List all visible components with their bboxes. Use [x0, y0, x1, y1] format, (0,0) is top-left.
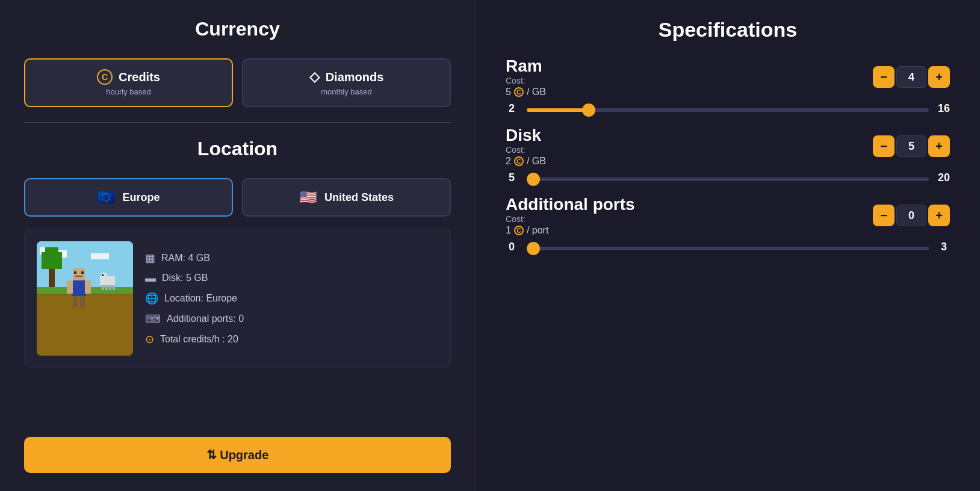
ram-slider-wrapper [527, 103, 929, 114]
location-buttons: 🇪🇺 Europe 🇺🇸 United States [24, 178, 451, 217]
ram-slider[interactable] [527, 108, 929, 112]
ram-decrease-button[interactable]: − [873, 66, 895, 88]
ram-stepper: − 4 + [873, 66, 950, 88]
disk-credit-icon: C [514, 156, 524, 166]
us-button[interactable]: 🇺🇸 United States [242, 178, 451, 217]
ports-credit-icon: C [514, 226, 524, 235]
svg-rect-11 [75, 276, 82, 277]
ports-title: Additional ports [506, 195, 635, 214]
info-location: 🌐 Location: Europe [145, 292, 244, 305]
disk-slider-min: 5 [506, 171, 518, 184]
info-ram: ▦ RAM: 4 GB [145, 252, 244, 265]
ports-slider-max: 3 [938, 241, 950, 253]
ports-decrease-button[interactable]: − [873, 205, 895, 226]
ram-value: 4 [896, 66, 926, 88]
right-panel: Specifications Ram Cost: 5 C / GB [476, 0, 980, 491]
svg-rect-16 [80, 296, 85, 307]
game-image: MINECRAFT [37, 241, 133, 356]
svg-rect-9 [74, 271, 76, 274]
us-flag: 🇺🇸 [299, 189, 317, 206]
svg-rect-21 [105, 285, 108, 290]
disk-section: Disk Cost: 2 C / GB − 5 + [506, 126, 950, 184]
ram-increase-button[interactable]: + [928, 66, 950, 88]
upgrade-button[interactable]: ⇅ Upgrade [24, 437, 451, 473]
svg-rect-3 [91, 253, 109, 259]
svg-rect-12 [72, 280, 86, 296]
info-disk: ▬ Disk: 5 GB [145, 272, 244, 285]
location-title: Location [24, 138, 451, 160]
svg-rect-13 [67, 280, 73, 294]
disk-slider[interactable] [527, 178, 929, 181]
disk-stepper: − 5 + [873, 135, 950, 157]
ports-icon: ⌨ [145, 312, 161, 326]
ram-icon: ▦ [145, 252, 155, 265]
ports-slider-min: 0 [506, 241, 518, 253]
disk-slider-wrapper [527, 173, 929, 184]
svg-rect-8 [73, 268, 85, 280]
ports-slider-wrapper [527, 242, 929, 253]
ports-cost-amount: 1 [506, 225, 511, 236]
currency-buttons: C Credits hourly based ◇ Diamonds monthl… [24, 58, 451, 107]
ram-cost-amount: 5 [506, 87, 511, 97]
ports-section: Additional ports Cost: 1 C / port − 0 + [506, 195, 950, 253]
ram-credit-icon: C [514, 87, 524, 97]
location-icon: 🌐 [145, 292, 158, 305]
disk-icon: ▬ [145, 272, 156, 285]
info-total: ⊙ Total credits/h : 20 [145, 333, 244, 346]
ports-cost-unit: / port [527, 225, 548, 236]
credits-button[interactable]: C Credits hourly based [24, 58, 233, 107]
disk-slider-max: 20 [938, 171, 950, 184]
ports-stepper: − 0 + [873, 205, 950, 226]
ram-cost-unit: / GB [527, 87, 546, 97]
minecraft-art [37, 241, 133, 356]
svg-rect-23 [113, 285, 115, 290]
currency-title: Currency [24, 18, 451, 40]
left-panel: Currency C Credits hourly based ◇ Diamon… [0, 0, 476, 491]
credits-total-icon: ⊙ [145, 333, 154, 346]
svg-rect-14 [85, 280, 91, 294]
svg-rect-22 [109, 285, 111, 290]
svg-rect-24 [49, 267, 55, 287]
disk-title: Disk [506, 126, 546, 145]
divider [24, 122, 451, 123]
info-card: MINECRAFT [24, 229, 451, 368]
disk-value: 5 [896, 135, 926, 157]
disk-cost-amount: 2 [506, 156, 511, 167]
diamonds-button[interactable]: ◇ Diamonds monthly based [242, 58, 451, 107]
specs-title: Specifications [506, 18, 950, 42]
disk-increase-button[interactable]: + [928, 135, 950, 157]
ram-slider-max: 16 [938, 102, 950, 115]
specs-container: Ram Cost: 5 C / GB − 4 + [506, 57, 950, 253]
svg-rect-10 [81, 271, 84, 274]
ram-slider-min: 2 [506, 102, 518, 115]
ports-slider[interactable] [527, 247, 929, 250]
svg-rect-26 [45, 247, 58, 256]
svg-rect-19 [102, 274, 104, 276]
disk-cost-unit: / GB [527, 156, 546, 167]
credits-icon: C [97, 69, 113, 85]
europe-button[interactable]: 🇪🇺 Europe [24, 178, 233, 217]
ram-section: Ram Cost: 5 C / GB − 4 + [506, 57, 950, 115]
svg-rect-20 [102, 285, 104, 290]
svg-rect-15 [73, 296, 78, 307]
ports-value: 0 [896, 205, 926, 226]
info-details: ▦ RAM: 4 GB ▬ Disk: 5 GB 🌐 Location: Eur… [145, 241, 244, 356]
diamond-icon: ◇ [309, 69, 320, 85]
info-ports: ⌨ Additional ports: 0 [145, 312, 244, 326]
ports-increase-button[interactable]: + [928, 205, 950, 226]
ram-title: Ram [506, 57, 546, 76]
europe-flag: 🇪🇺 [97, 189, 115, 206]
disk-decrease-button[interactable]: − [873, 135, 895, 157]
